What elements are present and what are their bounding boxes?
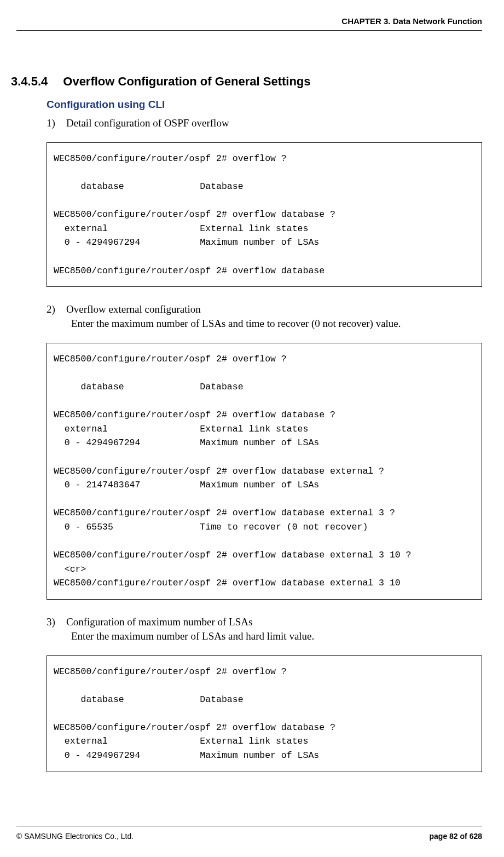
page-header: CHAPTER 3. Data Network Function <box>16 16 482 31</box>
page-footer: © SAMSUNG Electronics Co., Ltd. page 82 … <box>16 826 482 841</box>
item-desc: Configuration of maximum number of LSAs <box>66 616 252 628</box>
list-item: 1)Detail configuration of OSPF overflow <box>47 117 482 129</box>
item-number: 2) <box>47 303 66 315</box>
item-number: 3) <box>47 616 66 628</box>
item-desc: Overflow external configuration <box>66 303 201 315</box>
code-block: WEC8500/configure/router/ospf 2# overflo… <box>47 655 482 772</box>
chapter-title: CHAPTER 3. Data Network Function <box>341 16 482 26</box>
item-desc: Detail configuration of OSPF overflow <box>66 117 229 129</box>
cli-subheading: Configuration using CLI <box>47 99 482 111</box>
item-subdesc: Enter the maximum number of LSAs and tim… <box>71 318 482 330</box>
code-block: WEC8500/configure/router/ospf 2# overflo… <box>47 142 482 287</box>
page-number: page 82 of 628 <box>430 832 483 841</box>
section-title: Overflow Configuration of General Settin… <box>63 74 310 88</box>
copyright-text: © SAMSUNG Electronics Co., Ltd. <box>16 832 134 841</box>
section-number: 3.4.5.4 <box>11 74 48 89</box>
item-subdesc: Enter the maximum number of LSAs and har… <box>71 630 482 642</box>
list-item: 2)Overflow external configuration <box>47 303 482 315</box>
item-number: 1) <box>47 117 66 129</box>
list-item: 3)Configuration of maximum number of LSA… <box>47 616 482 628</box>
code-block: WEC8500/configure/router/ospf 2# overflo… <box>47 343 482 600</box>
section-heading: 3.4.5.4Overflow Configuration of General… <box>11 74 482 89</box>
